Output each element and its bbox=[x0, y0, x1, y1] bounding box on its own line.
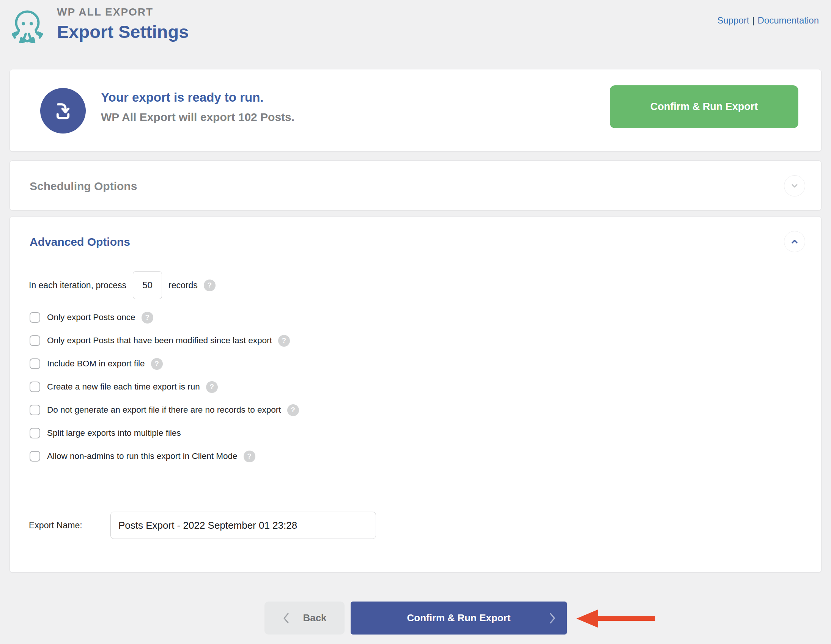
confirm-button-label: Confirm & Run Export bbox=[407, 612, 511, 623]
wp-all-export-octopus-logo bbox=[8, 2, 47, 47]
export-name-row: Export Name: bbox=[29, 512, 376, 539]
brand-name: WP ALL EXPORT bbox=[57, 6, 189, 18]
advanced-collapse-toggle[interactable] bbox=[784, 231, 805, 252]
banner-title: Your export is ready to run. bbox=[101, 89, 295, 105]
iteration-suffix-label: records bbox=[169, 280, 198, 291]
export-settings-page: WP ALL EXPORT Export Settings Support|Do… bbox=[0, 0, 831, 644]
help-icon[interactable]: ? bbox=[151, 358, 163, 370]
checkbox-row: Include BOM in export file ? bbox=[30, 357, 299, 370]
checkbox-label: Create a new file each time export is ru… bbox=[47, 382, 200, 392]
scheduling-options-title: Scheduling Options bbox=[30, 180, 137, 193]
checkbox-row: Only export Posts that have been modifie… bbox=[30, 334, 299, 347]
export-name-label: Export Name: bbox=[29, 520, 110, 531]
checkbox-label: Split large exports into multiple files bbox=[47, 428, 181, 438]
advanced-options-card: Advanced Options In each iteration, proc… bbox=[10, 216, 821, 573]
documentation-link[interactable]: Documentation bbox=[758, 15, 819, 25]
ready-banner-card: Your export is ready to run. WP All Expo… bbox=[10, 69, 821, 152]
advanced-options-title: Advanced Options bbox=[30, 235, 130, 248]
back-button-label: Back bbox=[303, 612, 326, 624]
download-icon bbox=[40, 88, 86, 134]
brand-block: WP ALL EXPORT Export Settings bbox=[57, 6, 189, 42]
scheduling-expand-toggle[interactable] bbox=[784, 175, 805, 196]
page-title: Export Settings bbox=[57, 21, 189, 42]
checkbox[interactable] bbox=[30, 451, 40, 461]
checkbox[interactable] bbox=[30, 335, 40, 346]
checkbox-row: Do not generate an export file if there … bbox=[30, 404, 299, 417]
support-link[interactable]: Support bbox=[717, 15, 749, 25]
iteration-row: In each iteration, process records ? bbox=[29, 271, 215, 300]
checkbox-row: Only export Posts once ? bbox=[30, 311, 299, 324]
checkbox-row: Split large exports into multiple files bbox=[30, 427, 299, 440]
nav-separator: | bbox=[752, 15, 755, 25]
scheduling-options-card: Scheduling Options bbox=[10, 161, 821, 210]
help-icon[interactable]: ? bbox=[244, 451, 255, 462]
checkbox-row: Create a new file each time export is ru… bbox=[30, 380, 299, 393]
checkbox-row: Allow non-admins to run this export in C… bbox=[30, 450, 299, 463]
chevron-up-icon bbox=[788, 235, 801, 248]
help-icon[interactable]: ? bbox=[142, 312, 153, 323]
section-divider bbox=[29, 499, 802, 499]
checkbox-label: Only export Posts once bbox=[47, 313, 135, 322]
confirm-run-export-button-bottom[interactable]: Confirm & Run Export bbox=[350, 601, 567, 634]
red-arrow-annotation bbox=[576, 609, 656, 628]
back-button[interactable]: Back bbox=[264, 601, 345, 634]
confirm-run-export-button-top[interactable]: Confirm & Run Export bbox=[610, 85, 798, 128]
checkbox[interactable] bbox=[30, 382, 40, 392]
help-icon[interactable]: ? bbox=[278, 335, 290, 347]
advanced-checkbox-list: Only export Posts once ? Only export Pos… bbox=[30, 311, 299, 463]
checkbox[interactable] bbox=[30, 312, 40, 323]
checkbox[interactable] bbox=[30, 405, 40, 415]
help-icon[interactable]: ? bbox=[204, 280, 215, 291]
export-name-input[interactable] bbox=[110, 512, 376, 539]
checkbox-label: Include BOM in export file bbox=[47, 359, 145, 369]
help-icon[interactable]: ? bbox=[206, 381, 218, 393]
checkbox[interactable] bbox=[30, 358, 40, 369]
header: WP ALL EXPORT Export Settings Support|Do… bbox=[0, 0, 831, 57]
checkbox-label: Only export Posts that have been modifie… bbox=[47, 336, 272, 345]
banner-subtitle: WP All Export will export 102 Posts. bbox=[101, 110, 295, 125]
chevron-right-icon bbox=[549, 612, 556, 625]
chevron-down-icon bbox=[788, 180, 801, 192]
iteration-prefix-label: In each iteration, process bbox=[29, 280, 126, 291]
checkbox-label: Allow non-admins to run this export in C… bbox=[47, 451, 237, 461]
checkbox[interactable] bbox=[30, 428, 40, 439]
iteration-records-input[interactable] bbox=[133, 271, 162, 299]
top-nav: Support|Documentation bbox=[717, 15, 819, 26]
chevron-left-icon bbox=[282, 612, 290, 625]
help-icon[interactable]: ? bbox=[287, 404, 299, 416]
checkbox-label: Do not generate an export file if there … bbox=[47, 405, 281, 415]
banner-text: Your export is ready to run. WP All Expo… bbox=[101, 89, 295, 125]
